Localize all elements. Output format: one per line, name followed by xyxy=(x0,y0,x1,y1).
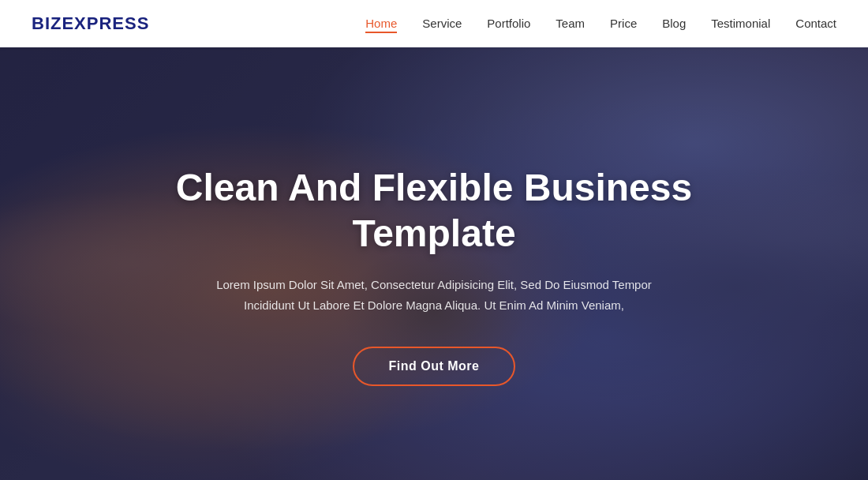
nav-item-contact[interactable]: Contact xyxy=(795,17,836,31)
nav-item-home[interactable]: Home xyxy=(365,17,397,31)
navbar: BIZEXPRESS Home Service Portfolio Team P… xyxy=(0,0,868,47)
nav-links: Home Service Portfolio Team Price Blog T… xyxy=(365,17,836,31)
nav-link-service[interactable]: Service xyxy=(422,17,462,30)
nav-link-team[interactable]: Team xyxy=(556,17,585,30)
nav-link-price[interactable]: Price xyxy=(610,17,637,30)
find-out-more-button[interactable]: Find Out More xyxy=(353,347,516,386)
nav-item-service[interactable]: Service xyxy=(422,17,462,31)
nav-link-testimonial[interactable]: Testimonial xyxy=(711,17,770,30)
hero-content: Clean And Flexible Business Template Lor… xyxy=(158,165,710,386)
nav-link-blog[interactable]: Blog xyxy=(662,17,686,30)
nav-link-contact[interactable]: Contact xyxy=(795,17,836,30)
nav-item-blog[interactable]: Blog xyxy=(662,17,686,31)
hero-subtitle: Lorem Ipsum Dolor Sit Amet, Consectetur … xyxy=(205,275,663,315)
hero-title: Clean And Flexible Business Template xyxy=(158,165,710,256)
brand-logo[interactable]: BIZEXPRESS xyxy=(32,13,149,34)
nav-link-home[interactable]: Home xyxy=(365,17,397,33)
nav-item-portfolio[interactable]: Portfolio xyxy=(487,17,530,31)
nav-item-testimonial[interactable]: Testimonial xyxy=(711,17,770,31)
hero-section: BIZEXPRESS Home Service Portfolio Team P… xyxy=(0,0,868,480)
nav-item-price[interactable]: Price xyxy=(610,17,637,31)
nav-item-team[interactable]: Team xyxy=(556,17,585,31)
nav-link-portfolio[interactable]: Portfolio xyxy=(487,17,530,30)
